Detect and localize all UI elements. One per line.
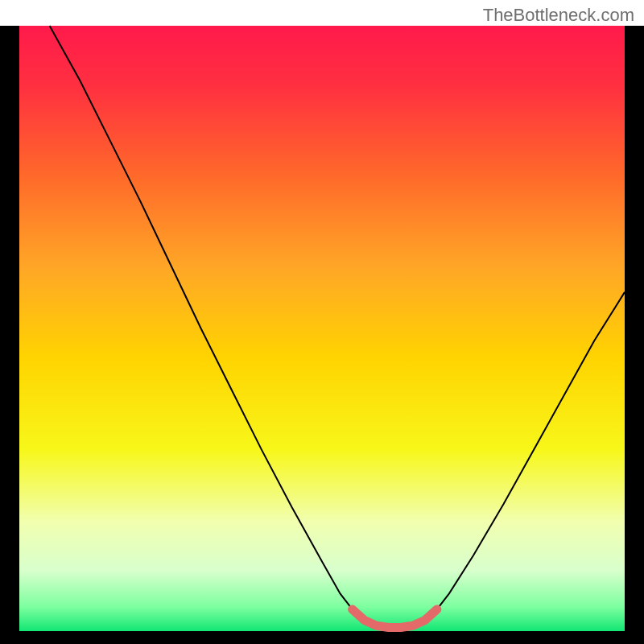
plot-background	[19, 26, 625, 631]
chart-container: TheBottleneck.com	[0, 0, 644, 644]
watermark-text: TheBottleneck.com	[483, 5, 634, 26]
bottleneck-chart	[0, 0, 644, 644]
